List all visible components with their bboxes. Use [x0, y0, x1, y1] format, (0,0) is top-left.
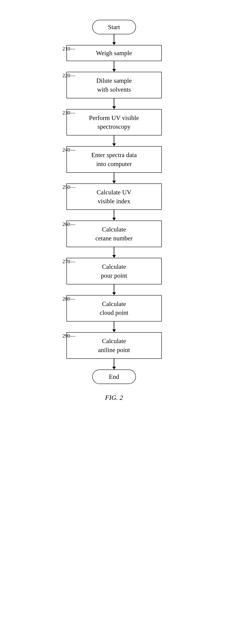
- arrow-4: [58, 173, 170, 184]
- arrow-9: [58, 359, 170, 370]
- arrow-line: [114, 284, 114, 292]
- step-row-250: 250— Calculate UVvisible index: [58, 184, 170, 210]
- flowchart-container: Start 210— Weigh sample 220— Dilute samp…: [54, 8, 174, 417]
- arrow-5: [58, 210, 170, 220]
- step-label-290: 290—: [62, 333, 76, 339]
- arrow-line: [114, 322, 114, 330]
- arrow-head: [112, 367, 116, 370]
- arrow-line: [114, 98, 114, 106]
- arrow-head: [112, 106, 116, 109]
- step-row-230: 230— Perform UV visiblespectroscopy: [58, 109, 170, 136]
- arrow-head: [112, 42, 116, 45]
- step-row-240: 240— Enter spectra datainto computer: [58, 146, 170, 173]
- process-box-220: Dilute samplewith solvents: [66, 72, 162, 98]
- process-box-240: Enter spectra datainto computer: [66, 146, 162, 173]
- arrow-1: [58, 61, 170, 72]
- start-label: Start: [108, 24, 120, 30]
- step-row-260: 260— Calculatecetane number: [58, 220, 170, 247]
- figure-caption: FIG. 2: [105, 394, 123, 402]
- process-box-210: Weigh sample: [66, 45, 162, 61]
- process-box-280: Calculatecloud point: [66, 295, 162, 322]
- arrow-head: [112, 292, 116, 295]
- step-label-210: 210—: [62, 46, 76, 52]
- arrow-line: [114, 34, 114, 42]
- step-label-230: 230—: [62, 110, 76, 116]
- arrow-head: [112, 255, 116, 258]
- process-box-230: Perform UV visiblespectroscopy: [66, 109, 162, 136]
- arrow-line: [114, 359, 114, 367]
- arrow-line: [114, 173, 114, 181]
- step-row-280: 280— Calculatecloud point: [58, 295, 170, 322]
- arrow-line: [114, 247, 114, 255]
- process-box-270: Calculatepour point: [66, 258, 162, 284]
- arrow-line: [114, 136, 114, 144]
- step-row-220: 220— Dilute samplewith solvents: [58, 72, 170, 98]
- step-label-250: 250—: [62, 184, 76, 190]
- arrow-line: [114, 61, 114, 69]
- arrow-2: [58, 98, 170, 109]
- step-row-270: 270— Calculatepour point: [58, 258, 170, 284]
- arrow-head: [112, 181, 116, 184]
- step-label-240: 240—: [62, 147, 76, 153]
- step-label-270: 270—: [62, 259, 76, 264]
- arrow-head: [112, 69, 116, 72]
- arrow-7: [58, 284, 170, 295]
- process-box-250: Calculate UVvisible index: [66, 184, 162, 210]
- step-row-210: 210— Weigh sample: [58, 45, 170, 61]
- arrow-0: [58, 34, 170, 45]
- arrow-head: [112, 330, 116, 332]
- arrow-head: [112, 218, 116, 220]
- step-label-280: 280—: [62, 296, 76, 302]
- arrow-head: [112, 144, 116, 146]
- arrow-6: [58, 247, 170, 258]
- end-label: End: [109, 373, 119, 380]
- arrow-8: [58, 322, 170, 332]
- process-box-290: Calculateaniline point: [66, 332, 162, 359]
- arrow-line: [114, 210, 114, 218]
- process-box-260: Calculatecetane number: [66, 220, 162, 247]
- figure-title: FIG. 2: [105, 394, 123, 401]
- step-label-260: 260—: [62, 221, 76, 227]
- arrow-3: [58, 136, 170, 146]
- step-label-220: 220—: [62, 72, 76, 78]
- step-row-290: 290— Calculateaniline point: [58, 332, 170, 359]
- start-terminal: Start: [92, 20, 136, 34]
- end-terminal: End: [92, 370, 136, 384]
